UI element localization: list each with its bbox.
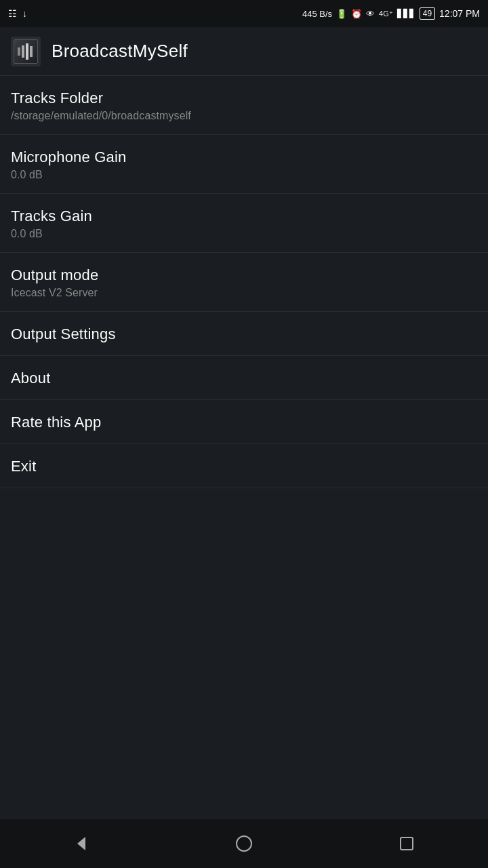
tracks-folder-subtitle: /storage/emulated/0/broadcastmyself [11, 110, 477, 122]
settings-item-output-settings[interactable]: Output Settings [0, 312, 488, 356]
recents-button[interactable] [386, 823, 427, 864]
tracks-gain-title: Tracks Gain [11, 208, 477, 225]
app-title: BroadcastMySelf [52, 41, 188, 62]
svg-rect-0 [18, 47, 20, 56]
rate-app-title: Rate this App [11, 414, 477, 431]
app-icon-inner [14, 39, 38, 64]
settings-item-about[interactable]: About [0, 356, 488, 400]
output-settings-title: Output Settings [11, 326, 477, 343]
output-mode-title: Output mode [11, 267, 477, 284]
nav-bar [0, 819, 488, 868]
settings-item-tracks-folder[interactable]: Tracks Folder /storage/emulated/0/broadc… [0, 76, 488, 135]
menu-icon: ☷ [8, 8, 17, 19]
signal-icon: ▋▋▋ [397, 9, 415, 18]
network-icon: 4G⁺ [379, 9, 393, 18]
battery-container: 49 [420, 7, 435, 20]
recents-icon [397, 834, 416, 853]
status-bar-right: 445 B/s 🔋 ⏰ 👁 4G⁺ ▋▋▋ 49 12:07 PM [302, 7, 480, 20]
tracks-folder-title: Tracks Folder [11, 90, 477, 107]
home-icon [235, 834, 253, 853]
about-title: About [11, 370, 477, 387]
settings-list: Tracks Folder /storage/emulated/0/broadc… [0, 76, 488, 819]
svg-point-5 [237, 836, 251, 851]
data-speed: 445 B/s [302, 9, 332, 19]
home-button[interactable] [224, 823, 264, 864]
settings-item-microphone-gain[interactable]: Microphone Gain 0.0 dB [0, 135, 488, 194]
status-bar: ☷ ↓ 445 B/s 🔋 ⏰ 👁 4G⁺ ▋▋▋ 49 12:07 PM [0, 0, 488, 27]
svg-rect-3 [30, 46, 33, 57]
settings-item-exit[interactable]: Exit [0, 444, 488, 488]
vibrate-icon: 🔋 [336, 9, 347, 19]
settings-item-rate-app[interactable]: Rate this App [0, 400, 488, 444]
settings-item-tracks-gain[interactable]: Tracks Gain 0.0 dB [0, 194, 488, 253]
app-icon [11, 37, 41, 66]
svg-rect-2 [26, 43, 28, 60]
svg-rect-6 [401, 837, 413, 850]
status-bar-left: ☷ ↓ [8, 8, 27, 19]
broadcast-icon [16, 42, 35, 61]
download-icon: ↓ [22, 8, 27, 19]
tracks-gain-subtitle: 0.0 dB [11, 228, 477, 240]
battery-level: 49 [423, 9, 432, 18]
alarm-icon: ⏰ [351, 9, 362, 19]
svg-marker-4 [77, 837, 85, 850]
clock: 12:07 PM [439, 8, 480, 19]
settings-item-output-mode[interactable]: Output mode Icecast V2 Server [0, 253, 488, 312]
list-spacer [0, 488, 488, 819]
back-button[interactable] [61, 823, 102, 864]
microphone-gain-subtitle: 0.0 dB [11, 169, 477, 181]
back-icon [72, 834, 91, 853]
exit-title: Exit [11, 458, 477, 475]
app-header: BroadcastMySelf [0, 27, 488, 76]
output-mode-subtitle: Icecast V2 Server [11, 287, 477, 299]
svg-rect-1 [22, 45, 24, 58]
microphone-gain-title: Microphone Gain [11, 149, 477, 166]
eye-icon: 👁 [366, 9, 375, 19]
